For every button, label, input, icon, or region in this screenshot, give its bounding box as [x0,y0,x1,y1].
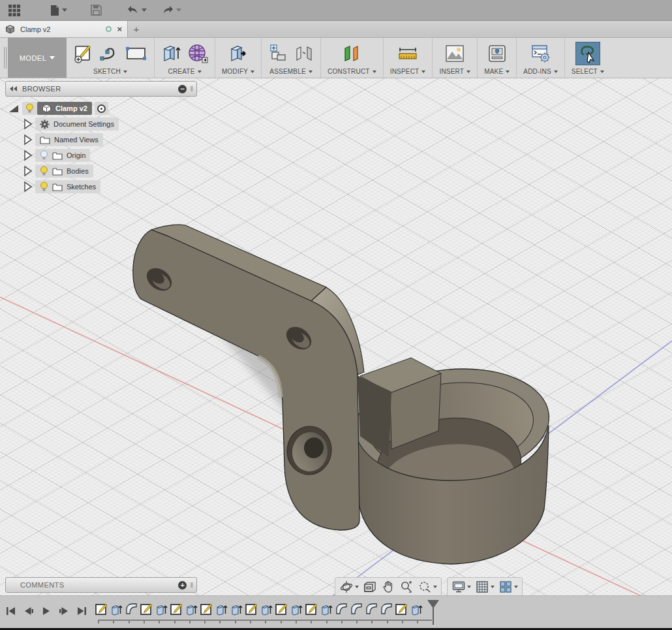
create-sketch-icon[interactable] [73,43,94,64]
expand-comments-icon[interactable]: + [178,581,187,590]
timeline-feature-extrude[interactable] [230,603,243,616]
assemble-menu[interactable]: ASSEMBLE [269,68,313,75]
timeline-feature-sketch[interactable] [305,603,318,616]
redo-button[interactable] [159,4,184,16]
step-forward-button[interactable] [58,605,70,617]
pan-icon[interactable] [380,579,397,595]
timeline-feature-extrude[interactable] [320,603,333,616]
minimize-tree-icon[interactable]: − [178,85,187,93]
root-component-chip[interactable]: Clamp v2 [37,102,92,115]
spline-icon[interactable] [99,45,120,62]
inspect-menu[interactable]: INSPECT [390,68,426,75]
new-component-icon[interactable] [268,43,289,64]
tree-root-row[interactable]: Clamp v2 [5,101,197,116]
visibility-bulb-icon[interactable] [40,166,48,177]
visibility-bulb-off-icon[interactable] [40,150,48,161]
timeline-feature-extrude[interactable] [410,603,423,616]
sketch-menu[interactable]: SKETCH [93,68,127,75]
step-back-button[interactable] [23,605,35,617]
tree-row-origin[interactable]: Origin [5,148,197,163]
timeline-feature-fillet[interactable] [335,603,348,616]
insert-image-icon[interactable] [444,44,465,63]
zoom-window-icon[interactable] [416,579,438,595]
expand-triangle-icon[interactable] [5,180,35,194]
timeline-ruler[interactable] [98,620,432,623]
construct-menu[interactable]: CONSTRUCT [328,68,376,75]
visibility-bulb-icon[interactable] [22,102,37,115]
display-settings-icon[interactable] [450,579,472,595]
expand-triangle-icon[interactable] [5,148,35,163]
undo-button[interactable] [124,4,149,16]
timeline-feature-sketch[interactable] [95,603,108,616]
redo-icon [161,5,174,15]
save-button[interactable] [88,3,104,17]
select-lasso-icon[interactable] [575,42,600,65]
insert-menu[interactable]: INSERT [439,68,470,75]
expand-triangle-icon[interactable] [5,101,22,116]
collapse-panel-icon[interactable] [10,86,17,91]
expand-triangle-icon[interactable] [5,117,35,131]
expand-triangle-icon[interactable] [5,133,35,147]
make-menu[interactable]: MAKE [484,68,510,75]
timeline-feature-extrude[interactable] [290,603,303,616]
create-form-icon[interactable] [187,43,208,64]
timeline-feature-sketch[interactable] [275,603,288,616]
document-tab[interactable]: Clamp v2 × [0,21,128,37]
timeline-feature-extrude[interactable] [155,603,168,616]
tab-close-button[interactable]: × [117,25,122,33]
timeline-feature-fillet[interactable] [380,603,393,616]
timeline-feature-fillet[interactable] [365,603,378,616]
viewports-icon[interactable] [497,579,519,595]
timeline-feature-extrude[interactable] [110,603,123,616]
tree-row-bodies[interactable]: Bodies [5,163,197,179]
timeline-feature-extrude[interactable] [185,603,198,616]
timeline-feature-sketch[interactable] [395,603,408,616]
select-menu[interactable]: SELECT [572,68,604,75]
app-grid-icon[interactable] [5,3,23,18]
new-body-icon[interactable] [161,43,182,64]
panel-grip-icon[interactable]: ‖ [190,85,192,93]
measure-icon[interactable] [397,44,419,63]
timeline-feature-sketch[interactable] [200,603,213,616]
expand-triangle-icon[interactable] [5,164,35,178]
timeline-feature-extrude[interactable] [260,603,273,616]
browser-header[interactable]: BROWSER − ‖ [5,81,197,97]
file-menu-caret [62,8,67,12]
3d-print-icon[interactable] [487,44,508,63]
create-menu[interactable]: CREATE [168,68,201,75]
comments-header[interactable]: COMMENTS + ‖ [5,577,197,593]
timeline-feature-extrude[interactable] [215,603,228,616]
timeline-feature-fillet[interactable] [125,603,138,616]
timeline-playhead[interactable] [427,600,439,626]
visibility-bulb-icon[interactable] [40,181,48,193]
joint-icon[interactable] [294,44,314,63]
play-button[interactable] [40,605,52,617]
orbit-icon[interactable] [338,579,360,595]
go-to-start-button[interactable] [5,605,17,617]
tree-row-sketches[interactable]: Sketches [5,179,197,195]
panel-grip-icon[interactable]: ‖ [190,581,192,589]
go-to-end-button[interactable] [76,605,87,617]
activate-component-radio[interactable] [95,102,108,115]
timeline-feature-sketch[interactable] [170,603,183,616]
timeline-feature-sketch[interactable] [245,603,258,616]
file-menu-button[interactable] [47,3,70,18]
folder-icon [52,167,63,176]
look-at-icon[interactable] [361,579,378,595]
new-tab-button[interactable]: + [128,21,145,37]
rectangle-icon[interactable] [125,46,147,61]
zoom-icon[interactable] [398,579,415,595]
addins-menu[interactable]: ADD-INS [523,68,558,75]
modify-menu[interactable]: MODIFY [222,68,254,75]
clamp-arm[interactable] [133,225,364,530]
timeline-feature-sketch[interactable] [140,603,153,616]
tree-row-named-views[interactable]: Named Views [5,132,197,148]
press-pull-icon[interactable] [228,43,249,64]
tree-row-document-settings[interactable]: Document Settings [5,116,197,132]
workspace-switcher[interactable]: MODEL [8,38,67,78]
toolbar-grip[interactable] [4,47,7,69]
timeline-feature-fillet[interactable] [350,603,363,616]
scripts-addins-icon[interactable] [530,44,551,63]
construction-plane-icon[interactable] [341,43,362,64]
grid-settings-icon[interactable] [474,579,496,595]
